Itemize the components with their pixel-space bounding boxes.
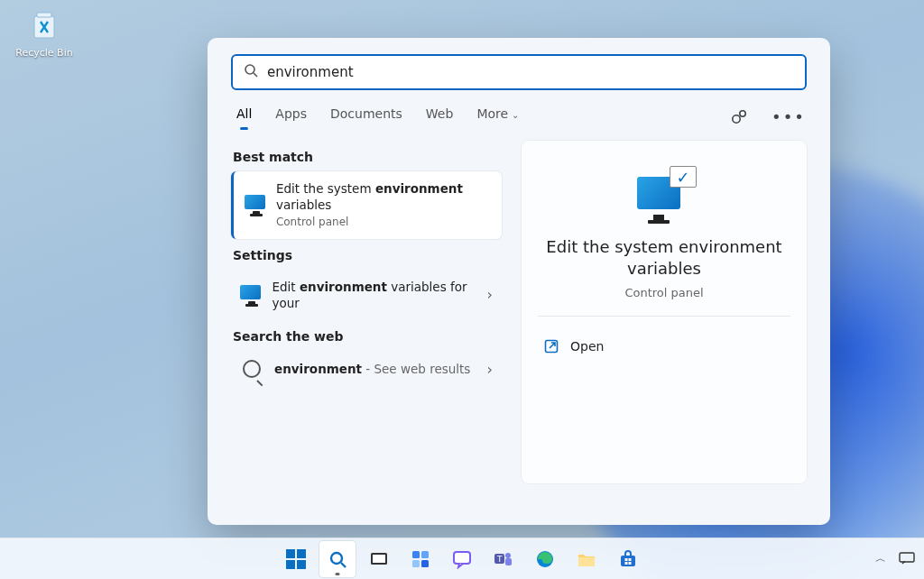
open-icon (543, 338, 559, 354)
svg-text:T: T (496, 555, 503, 564)
svg-rect-19 (505, 558, 512, 565)
tray-notifications-icon[interactable] (899, 552, 915, 565)
chevron-down-icon: ⌄ (512, 110, 519, 120)
svg-rect-10 (373, 555, 385, 563)
svg-rect-14 (421, 560, 429, 567)
taskbar-start[interactable] (278, 541, 314, 577)
widgets-icon (411, 549, 430, 569)
section-search-web: Search the web (233, 329, 500, 344)
tab-web[interactable]: Web (426, 103, 454, 130)
edge-icon (535, 549, 555, 569)
section-settings: Settings (233, 248, 500, 262)
taskbar-widgets[interactable] (402, 541, 439, 577)
tab-apps[interactable]: Apps (275, 103, 307, 130)
monitor-icon (245, 195, 265, 215)
tab-documents[interactable]: Documents (330, 103, 402, 130)
taskbar-store[interactable] (610, 541, 646, 577)
search-icon (328, 549, 347, 569)
svg-rect-24 (629, 558, 632, 561)
svg-rect-23 (625, 558, 628, 561)
tab-more[interactable]: More⌄ (476, 103, 519, 130)
preview-title: Edit the system environment variables (541, 236, 787, 280)
taskbar-explorer[interactable] (568, 541, 605, 577)
chevron-right-icon: › (487, 286, 493, 303)
divider (538, 316, 790, 317)
taskbar: T (0, 538, 924, 579)
search-scope-button[interactable] (727, 104, 753, 129)
folder-icon (577, 549, 596, 569)
svg-point-5 (740, 111, 745, 116)
chevron-right-icon: › (487, 361, 493, 378)
svg-rect-15 (454, 552, 470, 564)
taskbar-edge[interactable] (527, 541, 563, 577)
tab-all[interactable]: All (236, 103, 252, 130)
svg-line-3 (254, 73, 257, 77)
desktop-icon-recycle-bin[interactable]: Recycle Bin (13, 5, 76, 59)
search-flyout: All Apps Documents Web More⌄ ••• Best ma… (208, 38, 830, 525)
chat-icon (452, 549, 472, 569)
result-best-match[interactable]: Edit the system environment variables Co… (231, 171, 502, 239)
svg-rect-21 (578, 557, 595, 566)
result-text: Edit the system environment variables Co… (276, 180, 493, 230)
open-label: Open (570, 339, 604, 354)
svg-rect-27 (900, 553, 914, 562)
taskbar-teams[interactable]: T (485, 541, 522, 577)
tray-chevron-up-icon[interactable]: ︿ (875, 551, 886, 566)
preview-pane: ✓ Edit the system environment variables … (522, 141, 807, 483)
result-web-item[interactable]: environment - See web results › (231, 351, 502, 387)
results-column: Best match Edit the system environment v… (231, 135, 502, 516)
preview-app-icon: ✓ (632, 166, 697, 224)
recycle-bin-icon (24, 5, 64, 45)
monitor-icon (240, 285, 261, 305)
taskbar-task-view[interactable] (361, 541, 397, 577)
svg-point-4 (733, 115, 740, 123)
search-icon (240, 360, 263, 378)
svg-rect-13 (412, 560, 420, 567)
svg-rect-1 (37, 13, 51, 17)
system-tray[interactable]: ︿ (875, 538, 915, 579)
teams-icon: T (494, 549, 513, 569)
svg-rect-26 (629, 562, 632, 565)
svg-point-18 (505, 553, 511, 558)
preview-open-action[interactable]: Open (541, 333, 787, 360)
result-text: environment - See web results (274, 361, 470, 377)
svg-line-8 (341, 563, 346, 567)
recycle-bin-label: Recycle Bin (13, 47, 76, 59)
store-icon (618, 549, 638, 569)
search-box[interactable] (231, 54, 807, 90)
more-options-button[interactable]: ••• (776, 104, 801, 129)
preview-subtitle: Control panel (541, 286, 787, 299)
windows-logo-icon (286, 549, 306, 569)
svg-point-7 (331, 553, 342, 564)
search-tabs: All Apps Documents Web More⌄ ••• (231, 90, 807, 130)
result-text: Edit environment variables for your (272, 279, 476, 311)
svg-rect-11 (412, 551, 420, 558)
svg-rect-22 (621, 556, 635, 566)
result-settings-item[interactable]: Edit environment variables for your › (231, 270, 502, 320)
svg-point-2 (245, 65, 254, 74)
section-best-match: Best match (233, 150, 500, 164)
search-icon (244, 63, 258, 81)
task-view-icon (369, 549, 389, 569)
search-input[interactable] (267, 64, 794, 80)
svg-rect-12 (421, 551, 429, 558)
svg-rect-25 (625, 562, 628, 565)
taskbar-chat[interactable] (444, 541, 480, 577)
taskbar-search[interactable] (319, 541, 356, 577)
